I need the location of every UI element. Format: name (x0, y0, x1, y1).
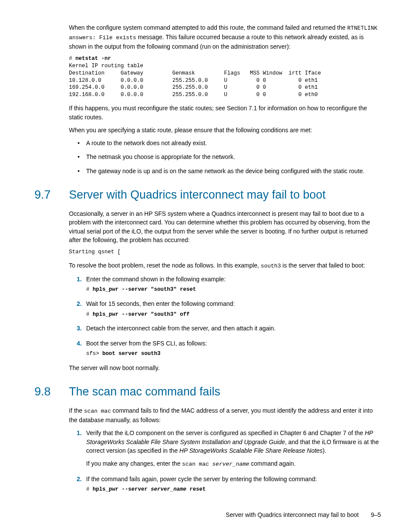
paragraph: To resolve the boot problem, reset the n… (69, 261, 381, 271)
command: hpls_pwr --server "south3" reset (93, 286, 196, 292)
step-text: Verify that the iLO component on the ser… (86, 429, 381, 455)
section-9-7-heading: 9.7Server with Quadrics interconnect may… (34, 187, 381, 203)
steps-list: 1. Enter the command shown in the follow… (69, 275, 381, 358)
text: To resolve the boot problem, reset the n… (69, 262, 261, 269)
inline-code: south3 (261, 263, 281, 269)
command-block: # hpls_pwr --server server_name reset (86, 486, 381, 493)
inline-code: scan mac (84, 408, 111, 414)
intro-paragraph-1: When the configure system command attemp… (69, 23, 381, 51)
text: If the (69, 407, 84, 414)
footer-title: Server with Quadrics interconnect may fa… (226, 511, 359, 518)
list-item: 1. Verify that the iLO component on the … (69, 429, 381, 469)
list-item: 2. Wait for 15 seconds, then enter the f… (69, 299, 381, 318)
step-number: 2. (77, 475, 82, 483)
qsnet-output: Starting qsnet [ (69, 249, 381, 256)
list-item: 1. Enter the command shown in the follow… (69, 275, 381, 293)
steps-list: 1. Verify that the iLO component on the … (69, 429, 381, 493)
step-text: If you make any changes, enter the scan … (86, 459, 381, 469)
text: If you make any changes, enter the (86, 460, 182, 467)
section-title: The scan mac command fails (69, 385, 220, 398)
list-item: 3. Detach the interconnect cable from th… (69, 324, 381, 333)
section-title: Server with Quadrics interconnect may fa… (69, 188, 326, 201)
text: Verify that the iLO component on the ser… (86, 429, 365, 436)
list-item: 4. Boot the server from the SFS CLI, as … (69, 339, 381, 358)
list-item: 2. If the command fails again, power cyc… (69, 475, 381, 493)
list-item: •The gateway node is up and is on the sa… (69, 167, 381, 175)
step-number: 2. (77, 299, 82, 308)
text: When the configure system command attemp… (69, 24, 347, 31)
list-item: •A route to the network does not already… (69, 139, 381, 147)
paragraph: The server will now boot normally. (69, 364, 381, 372)
step-text: If the command fails again, power cycle … (86, 476, 317, 482)
bullet-icon: • (78, 139, 80, 147)
book-title: HP StorageWorks Scalable File Share Rele… (179, 447, 323, 454)
intro-block: When the configure system command attemp… (34, 23, 381, 175)
list-item: •The netmask you choose is appropriate f… (69, 152, 381, 161)
prompt: sfs> (86, 351, 103, 357)
prompt: # (86, 286, 93, 292)
table-output: Kernel IP routing table Destination Gate… (69, 63, 321, 98)
bullet-icon: • (78, 152, 80, 161)
text: is the server that failed to boot: (281, 262, 365, 269)
bullet-icon: • (78, 167, 80, 175)
cmd-variable: server_name (151, 486, 187, 492)
step-text: Enter the command shown in the following… (86, 276, 226, 283)
command: hpls_pwr --server server_name reset (93, 486, 206, 492)
section-9-7-body: Occasionally, a server in an HP SFS syst… (34, 209, 381, 372)
command-block: sfs> boot server south3 (86, 350, 381, 358)
paragraph: Occasionally, a server in an HP SFS syst… (69, 209, 381, 244)
inline-code-variable: server_name (212, 461, 249, 467)
step-text: Detach the interconnect cable from the s… (86, 325, 276, 332)
inline-code: scan mac (182, 461, 212, 467)
command-block: # hpls_pwr --server "south3" reset (86, 286, 381, 293)
step-number: 4. (77, 339, 82, 348)
paragraph: If the scan mac command fails to find th… (69, 406, 381, 424)
cmd-part: reset (187, 486, 206, 492)
list-text: A route to the network does not already … (86, 140, 207, 146)
text: ). (323, 447, 327, 454)
step-number: 1. (77, 275, 82, 283)
page-number: 9–5 (371, 511, 381, 518)
command-block: # hpls_pwr --server "south3" off (86, 311, 381, 318)
page-footer: Server with Quadrics interconnect may fa… (34, 510, 381, 519)
step-number: 1. (77, 429, 82, 437)
section-number: 9.7 (34, 187, 69, 203)
text: command again. (249, 460, 296, 467)
netstat-output: # netstat -nr Kernel IP routing table De… (69, 55, 381, 99)
command: hpls_pwr --server "south3" off (93, 311, 190, 317)
prompt: # (86, 311, 93, 317)
prompt: # (69, 56, 75, 62)
list-text: The netmask you choose is appropriate fo… (86, 153, 235, 160)
list-text: The gateway node is up and is on the sam… (86, 168, 364, 174)
section-number: 9.8 (34, 383, 69, 400)
conditions-list: •A route to the network does not already… (69, 139, 381, 175)
step-text: Wait for 15 seconds, then enter the foll… (86, 300, 235, 307)
command: netstat -nr (75, 56, 111, 62)
section-9-8-heading: 9.8The scan mac command fails (34, 383, 381, 400)
text: command fails to find the MAC address of… (69, 407, 373, 423)
intro-paragraph-2: If this happens, you must reconfigure th… (69, 104, 381, 121)
prompt: # (86, 486, 93, 492)
step-number: 3. (77, 324, 82, 333)
step-text: Boot the server from the SFS CLI, as fol… (86, 340, 207, 347)
cmd-part: hpls_pwr --server (93, 486, 151, 492)
command: boot server south3 (103, 351, 161, 357)
intro-paragraph-3: When you are specifying a static route, … (69, 126, 381, 134)
section-9-8-body: If the scan mac command fails to find th… (34, 406, 381, 493)
